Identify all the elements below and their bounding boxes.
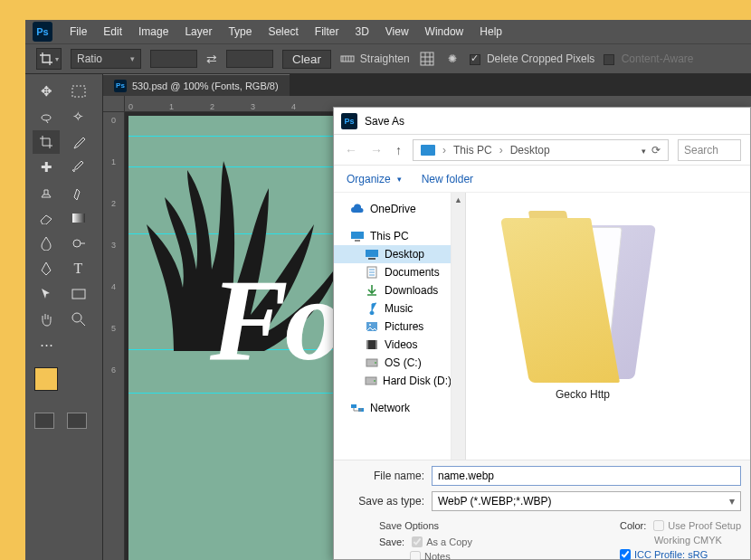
tree-scrollbar[interactable]: ▲ [452, 193, 466, 460]
icc-profile-checkbox[interactable] [620, 549, 631, 560]
tree-item-label: Downloads [385, 284, 438, 297]
menu-image[interactable]: Image [130, 22, 176, 42]
breadcrumb-item[interactable]: This PC [453, 144, 492, 157]
breadcrumb-sep [441, 144, 448, 157]
magic-wand-tool[interactable]: ✧ [65, 105, 92, 128]
clear-button[interactable]: Clear [282, 50, 331, 69]
ruler-tick: 0 [111, 116, 116, 125]
folder-item[interactable]: Gecko Http [515, 211, 651, 401]
breadcrumb-history-icon[interactable] [639, 144, 646, 157]
nav-up-icon[interactable]: ↑ [394, 143, 404, 157]
foreground-color[interactable] [34, 367, 58, 391]
menu-filter[interactable]: Filter [307, 22, 347, 42]
ruler-tick: 1 [111, 157, 116, 166]
swap-dims-icon[interactable]: ⇄ [206, 52, 217, 66]
scroll-up-icon[interactable]: ▲ [452, 193, 465, 207]
menu-edit[interactable]: Edit [95, 22, 130, 42]
breadcrumb-item[interactable]: Desktop [510, 144, 550, 157]
save-type-dropdown[interactable]: WebP (*.WEBP;*.WBP) ▾ [432, 491, 741, 511]
tree-item-videos[interactable]: Videos [334, 336, 451, 354]
crop-icon [39, 52, 53, 66]
tree-item-music[interactable]: Music [334, 299, 451, 318]
tree-item-os-c-[interactable]: OS (C:) [334, 354, 451, 372]
ratio-dropdown[interactable]: Ratio ▾ [71, 49, 141, 69]
blur-tool[interactable] [33, 232, 60, 255]
tree-item-documents[interactable]: Documents [334, 263, 451, 281]
folder-icon [515, 211, 651, 383]
dodge-tool[interactable] [65, 232, 92, 255]
menu-layer[interactable]: Layer [176, 22, 220, 42]
search-input[interactable]: Search [678, 139, 741, 161]
eraser-tool[interactable] [33, 206, 60, 230]
menu-view[interactable]: View [377, 22, 417, 42]
tree-item-pictures[interactable]: Pictures [334, 318, 451, 336]
document-tab[interactable]: Ps 530.psd @ 100% (Fonts, RGB/8) [103, 74, 290, 96]
path-selection-tool[interactable] [33, 282, 60, 306]
tree-item-network[interactable]: Network [334, 399, 451, 417]
video-icon [365, 338, 379, 351]
tree-item-label: OneDrive [370, 203, 416, 215]
zoom-tool[interactable] [65, 308, 92, 331]
content-aware-checkbox: Content-Aware [604, 52, 693, 65]
ruler-tick: 4 [291, 102, 296, 111]
nav-forward-icon[interactable]: → [368, 143, 385, 157]
eyedropper-tool[interactable] [65, 130, 92, 154]
ratio-label: Ratio [77, 52, 102, 65]
crop-height-field[interactable] [226, 50, 273, 68]
menu-select[interactable]: Select [260, 22, 306, 42]
folder-item-label: Gecko Http [556, 388, 610, 401]
gradient-tool[interactable] [65, 206, 92, 230]
menu-3d[interactable]: 3D [347, 22, 376, 42]
ruler-vertical[interactable]: 0 1 2 3 4 5 6 [103, 112, 125, 560]
menu-window[interactable]: Window [417, 22, 472, 42]
folder-tree[interactable]: OneDriveThis PCDesktopDocumentsDownloads… [334, 193, 452, 460]
marquee-tool[interactable] [65, 80, 92, 103]
hand-tool[interactable] [33, 308, 60, 331]
new-folder-button[interactable]: New folder [422, 173, 473, 185]
svg-point-4 [73, 240, 81, 247]
tree-item-hard-disk-d-[interactable]: Hard Disk (D:) [334, 372, 451, 390]
lasso-tool[interactable] [33, 105, 60, 128]
screen-mode-icon[interactable] [67, 413, 87, 429]
rectangle-tool[interactable] [65, 282, 92, 306]
clone-stamp-tool[interactable] [33, 181, 60, 204]
file-name-input[interactable] [432, 466, 741, 486]
use-proof-checkbox [653, 520, 664, 531]
quick-mask-icon[interactable] [34, 413, 54, 429]
menu-file[interactable]: File [62, 22, 95, 42]
dialog-titlebar[interactable]: Ps Save As [334, 108, 750, 135]
menu-help[interactable]: Help [471, 22, 510, 42]
content-aware-label: Content-Aware [622, 52, 694, 65]
color-swatches[interactable] [25, 362, 102, 409]
menu-type[interactable]: Type [220, 22, 260, 42]
nav-back-icon[interactable]: ← [343, 143, 359, 157]
crop-width-field[interactable] [150, 50, 197, 68]
tree-item-onedrive[interactable]: OneDrive [334, 200, 451, 218]
history-brush-tool[interactable] [65, 181, 92, 204]
as-a-copy-label: As a Copy [426, 536, 472, 547]
folder-content[interactable]: ▲ Gecko Http [452, 193, 750, 460]
save-as-dialog: Ps Save As ← → ↑ This PC Desktop ⟳ Searc… [333, 107, 751, 560]
refresh-icon[interactable]: ⟳ [651, 144, 661, 157]
delete-cropped-checkbox[interactable]: Delete Cropped Pixels [470, 52, 595, 65]
tree-item-label: OS (C:) [385, 356, 422, 369]
move-tool[interactable]: ✥ [33, 80, 60, 103]
brush-tool[interactable] [65, 156, 92, 179]
breadcrumb[interactable]: This PC Desktop ⟳ [413, 139, 669, 161]
edit-toolbar[interactable]: ⋯ [33, 333, 60, 356]
healing-brush-tool[interactable]: ✚ [33, 156, 60, 179]
organize-button[interactable]: Organize [347, 173, 402, 185]
crop-tool[interactable] [33, 130, 60, 154]
straighten-button[interactable]: Straighten [340, 52, 410, 65]
tree-item-label: Network [370, 402, 410, 414]
type-tool[interactable]: T [65, 257, 92, 280]
tree-item-downloads[interactable]: Downloads [334, 281, 451, 299]
save-sublabel: Save: [379, 536, 404, 547]
pen-tool[interactable] [33, 257, 60, 280]
ps-file-icon: Ps [114, 80, 127, 92]
crop-tool-indicator[interactable]: ▾ [36, 48, 62, 70]
tree-item-this-pc[interactable]: This PC [334, 227, 451, 245]
overlay-grid-icon[interactable] [419, 51, 435, 67]
tree-item-desktop[interactable]: Desktop [334, 245, 451, 263]
crop-settings-icon[interactable]: ✺ [444, 51, 461, 67]
